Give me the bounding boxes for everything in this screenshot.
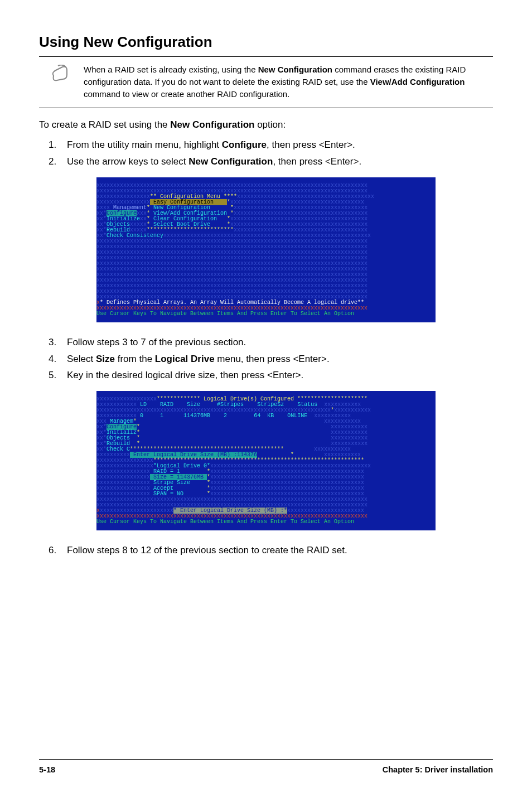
divider [39,108,493,108]
steps-list-2: Follow steps 3 to 7 of the previous sect… [39,336,493,382]
step-item: Follow steps 8 to 12 of the previous sec… [59,544,493,557]
bios-screenshot-1: xxxxxxxxxxxxxxxxxxxxxxxxxxxxxxxxxxxxxxxx… [96,177,436,322]
divider [39,56,493,57]
bios-screenshot-2: xxxxxxxxxxxxxxxxxx************* Logical … [96,391,436,530]
steps-list-1: From the utility main menu, highlight Co… [39,138,493,168]
step-item: Follow steps 3 to 7 of the previous sect… [59,336,493,349]
steps-list-3: Follow steps 8 to 12 of the previous sec… [39,544,493,557]
step-item: Select Size from the Logical Drive menu,… [59,352,493,366]
lead-paragraph: To create a RAID set using the New Confi… [39,119,493,131]
step-item: Use the arrow keys to select New Configu… [59,155,493,168]
note-text: When a RAID set is already existing, usi… [84,64,493,100]
footer-page-number: 5-18 [39,765,55,774]
page-title: Using New Configuration [39,33,493,53]
note-icon [50,65,72,85]
step-item: Key in the desired logical drive size, t… [59,369,493,382]
footer-chapter: Chapter 5: Driver installation [383,765,493,774]
step-item: From the utility main menu, highlight Co… [59,138,493,152]
note-block: When a RAID set is already existing, usi… [50,64,493,104]
page-footer: 5-18 Chapter 5: Driver installation [39,759,493,774]
